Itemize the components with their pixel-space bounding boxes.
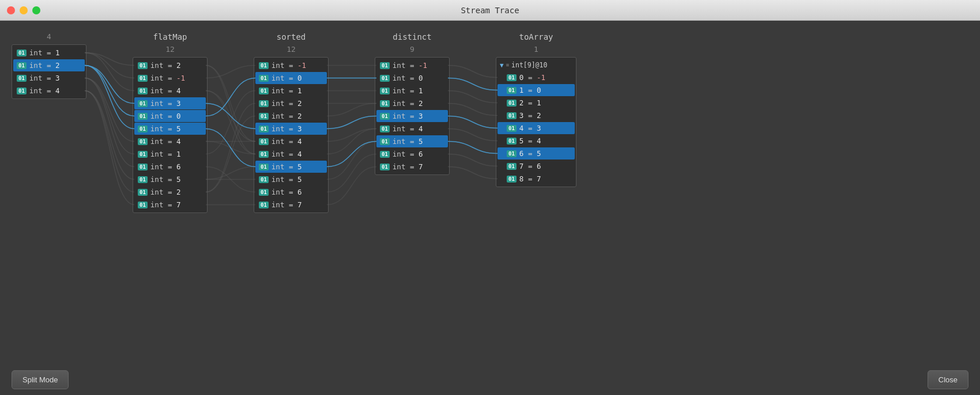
- item-text: int = 4: [150, 137, 181, 146]
- col3-op: sorted: [277, 32, 306, 41]
- col3-items-box: 01int = -1 01int = 0 01int = 1 01int = 2…: [254, 57, 329, 213]
- item-text: int = 5: [272, 162, 302, 171]
- type-badge: 01: [259, 113, 269, 120]
- item-text: 1 = 0: [519, 86, 541, 94]
- list-item[interactable]: 01int = 4: [255, 148, 327, 160]
- item-text: int = -1: [272, 61, 306, 70]
- window-controls[interactable]: [7, 6, 40, 14]
- split-mode-button[interactable]: Split Mode: [12, 370, 69, 389]
- type-badge: 01: [380, 75, 390, 82]
- list-item[interactable]: 01int = 3: [255, 123, 327, 135]
- list-item[interactable]: 017 = 6: [497, 160, 575, 172]
- list-item[interactable]: 01int = 6: [134, 161, 206, 173]
- list-item[interactable]: 01int = 6: [255, 186, 327, 198]
- list-item[interactable]: 01int = 5: [134, 123, 206, 135]
- item-text: int = 6: [150, 162, 181, 171]
- type-badge: 01: [17, 62, 27, 69]
- minimize-window-button[interactable]: [20, 6, 28, 14]
- list-item[interactable]: 014 = 3: [497, 122, 575, 134]
- item-text: int = -1: [393, 61, 427, 70]
- bottom-bar: Split Mode Close: [0, 364, 980, 395]
- column-group-2: flatMap 12 01int = 2 01int = -1 01int = …: [133, 32, 208, 213]
- item-text: int = 6: [272, 188, 302, 196]
- list-item[interactable]: 01int = 5: [376, 135, 448, 147]
- list-item[interactable]: 01int = 4: [376, 123, 448, 135]
- list-item[interactable]: 01int = 2: [255, 110, 327, 122]
- list-item[interactable]: 01int = 4: [134, 135, 206, 147]
- type-badge: 01: [259, 62, 269, 69]
- list-item[interactable]: 01int = 7: [255, 199, 327, 211]
- list-item[interactable]: 01int = 7: [134, 199, 206, 211]
- column-group-5: toArray 1 ▼ ≡ int[9]@10 010 = -1 011 = 0…: [496, 32, 576, 187]
- list-item[interactable]: 01int = 7: [376, 161, 448, 173]
- item-text: int = 2: [150, 61, 181, 70]
- title-bar: Stream Trace: [0, 0, 980, 21]
- column-group-1: 4 01 int = 1 01 int = 2 01 int = 3 01 in…: [12, 32, 86, 99]
- list-icon: ≡: [506, 62, 509, 68]
- list-item[interactable]: 01int = 2: [255, 97, 327, 109]
- type-badge: 01: [138, 202, 148, 208]
- type-badge: 01: [507, 150, 517, 157]
- col4-op: distinct: [393, 32, 431, 41]
- col2-items-box: 01int = 2 01int = -1 01int = 4 01int = 3…: [133, 57, 208, 213]
- type-badge: 01: [138, 88, 148, 94]
- list-item[interactable]: 01int = 2: [134, 186, 206, 198]
- list-item[interactable]: 01int = -1: [134, 72, 206, 84]
- type-badge: 01: [259, 126, 269, 132]
- list-item[interactable]: 01int = 6: [376, 148, 448, 160]
- list-item[interactable]: 01int = 1: [255, 85, 327, 97]
- item-text: int = 7: [272, 200, 302, 209]
- list-item[interactable]: 01int = 3: [134, 97, 206, 109]
- type-badge: 01: [259, 100, 269, 107]
- list-item[interactable]: 01int = 4: [255, 135, 327, 147]
- list-item[interactable]: 010 = -1: [497, 71, 575, 83]
- type-badge: 01: [138, 189, 148, 196]
- list-item[interactable]: 013 = 2: [497, 109, 575, 121]
- list-item[interactable]: 01int = -1: [376, 59, 448, 71]
- list-item[interactable]: 01int = 4: [134, 85, 206, 97]
- maximize-window-button[interactable]: [32, 6, 40, 14]
- list-item[interactable]: 01int = 0: [376, 72, 448, 84]
- col2-op: flatMap: [153, 32, 187, 41]
- list-item[interactable]: 016 = 5: [497, 147, 575, 159]
- list-item[interactable]: 01 int = 1: [13, 47, 85, 59]
- item-text: int = 4: [29, 86, 60, 95]
- type-badge: 01: [507, 138, 517, 145]
- list-item[interactable]: 018 = 7: [497, 173, 575, 185]
- type-badge: 01: [259, 88, 269, 94]
- item-text: int = -1: [150, 74, 185, 82]
- close-window-button[interactable]: [7, 6, 15, 14]
- item-text: int = 3: [272, 124, 302, 133]
- item-text: int = 4: [272, 137, 302, 146]
- list-item[interactable]: 01int = 0: [134, 110, 206, 122]
- list-item[interactable]: 01int = 5: [134, 173, 206, 185]
- item-text: int = 3: [150, 99, 181, 108]
- list-item[interactable]: 01int = 0: [255, 72, 327, 84]
- list-item[interactable]: 015 = 4: [497, 135, 575, 147]
- list-item[interactable]: 011 = 0: [497, 84, 575, 96]
- list-item[interactable]: 01 int = 4: [13, 85, 85, 97]
- column-group-4: distinct 9 01int = -1 01int = 0 01int = …: [375, 32, 450, 175]
- type-badge: 01: [138, 113, 148, 120]
- item-text: 4 = 3: [519, 124, 541, 132]
- list-item[interactable]: 01 int = 3: [13, 72, 85, 84]
- item-text: int = 1: [393, 86, 423, 95]
- list-item[interactable]: 01int = -1: [255, 59, 327, 71]
- item-text: int = 5: [150, 124, 181, 133]
- col5-op: toArray: [519, 32, 553, 41]
- list-item[interactable]: 01int = 2: [376, 97, 448, 109]
- list-item[interactable]: 01int = 3: [376, 110, 448, 122]
- list-item[interactable]: 01int = 1: [376, 85, 448, 97]
- item-text: int = 0: [393, 74, 423, 82]
- list-item[interactable]: 01int = 2: [134, 59, 206, 71]
- type-badge: 01: [259, 151, 269, 158]
- type-badge: 01: [138, 164, 148, 170]
- list-item[interactable]: 01 int = 2: [13, 59, 85, 71]
- list-item[interactable]: 012 = 1: [497, 97, 575, 109]
- list-item[interactable]: 01int = 5: [255, 173, 327, 185]
- list-item[interactable]: 01int = 5: [255, 161, 327, 173]
- close-button[interactable]: Close: [928, 370, 968, 389]
- type-badge: 01: [259, 176, 269, 183]
- array-header-row[interactable]: ▼ ≡ int[9]@10: [497, 59, 575, 71]
- list-item[interactable]: 01int = 1: [134, 148, 206, 160]
